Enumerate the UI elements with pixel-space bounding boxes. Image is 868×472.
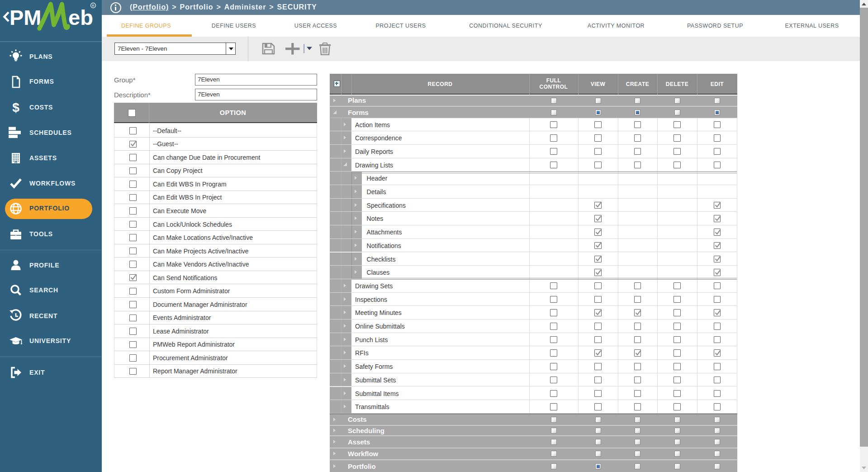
- svg-text:$: $: [12, 100, 19, 114]
- svg-text:PM: PM: [9, 5, 42, 29]
- svg-text:eb: eb: [68, 5, 93, 29]
- svg-text:R: R: [92, 4, 95, 8]
